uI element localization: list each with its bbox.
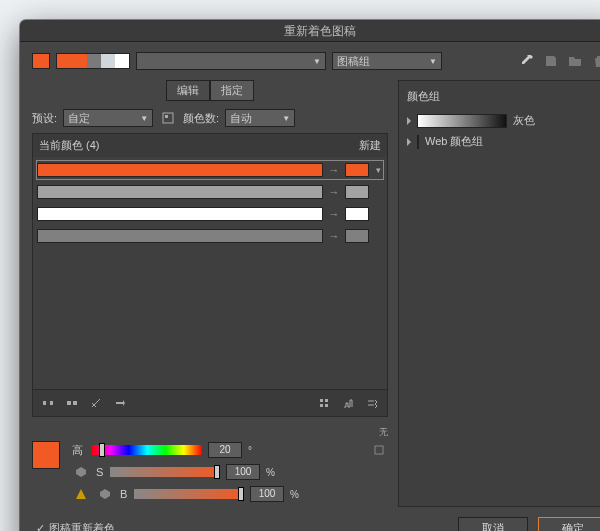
preset-select[interactable]: 自定 ▼ (63, 109, 153, 127)
current-colors-label: 当前颜色 (4) (39, 138, 100, 153)
percent-label: % (266, 467, 275, 478)
color-group-item[interactable]: Web 颜色组 (405, 131, 600, 152)
slider-mode-icon[interactable] (370, 441, 388, 459)
group-label: 灰色 (513, 113, 535, 128)
ok-button[interactable]: 确定 (538, 517, 600, 531)
eyedropper-icon[interactable] (518, 52, 536, 70)
randomize-sat-icon[interactable] (339, 394, 357, 412)
folder-icon[interactable] (566, 52, 584, 70)
svg-rect-2 (43, 401, 46, 405)
bri-label: B (120, 488, 128, 500)
target-color-swatch[interactable] (345, 163, 369, 177)
colornum-label: 颜色数: (183, 111, 219, 126)
colornum-value: 自动 (230, 111, 252, 126)
none-label: 无 (379, 427, 388, 437)
target-color-swatch[interactable] (345, 207, 369, 221)
hue-row: 高 20 ° (72, 441, 388, 459)
bri-value[interactable]: 100 (250, 486, 284, 502)
svg-rect-8 (325, 399, 328, 402)
group-label: Web 颜色组 (425, 134, 483, 149)
sat-slider[interactable] (110, 467, 220, 477)
save-group-icon[interactable] (542, 52, 560, 70)
source-color-bar[interactable] (37, 207, 323, 221)
hue-slider[interactable] (92, 445, 202, 455)
color-group-select[interactable]: 图稿组 ▼ (332, 52, 442, 70)
separate-icon[interactable] (63, 394, 81, 412)
svg-rect-11 (375, 446, 383, 454)
preset-label: 预设: (32, 111, 57, 126)
color-groups-header: 颜色组 (405, 87, 600, 110)
svg-rect-4 (67, 401, 71, 405)
svg-rect-3 (50, 401, 53, 405)
bri-slider[interactable] (134, 489, 244, 499)
tabs: 编辑 指定 (32, 80, 388, 101)
sat-label: S (96, 466, 104, 478)
chevron-down-icon: ▼ (429, 57, 437, 66)
recolor-art-label: 图稿重新着色 (49, 521, 115, 532)
arrow-to-icon: → (327, 164, 341, 176)
arrow-to-icon: → (327, 208, 341, 220)
group-swatch-strip (417, 114, 507, 128)
hsb-sliders: 无 高 20 ° (32, 425, 388, 507)
source-color-bar[interactable] (37, 229, 323, 243)
triangle-right-icon (407, 138, 411, 146)
color-mapping-row[interactable]: → (37, 227, 383, 245)
color-mapping-row[interactable]: →▾ (37, 161, 383, 179)
cube-icon (72, 463, 90, 481)
chevron-down-icon: ▼ (282, 114, 290, 123)
bri-row: B 100 % (72, 485, 388, 503)
target-color-swatch[interactable] (345, 185, 369, 199)
main-row: 编辑 指定 预设: 自定 ▼ 颜色数: 自动 ▼ (32, 80, 600, 507)
color-groups-panel: 颜色组 灰色Web 颜色组 ◀ (398, 80, 600, 507)
hue-label: 高 (72, 443, 86, 458)
tab-assign[interactable]: 指定 (210, 80, 254, 101)
new-row-icon[interactable] (111, 394, 129, 412)
recolor-art-checkbox[interactable]: ✓ 图稿重新着色 (32, 521, 115, 532)
source-color-bar[interactable] (37, 163, 323, 177)
cancel-button[interactable]: 取消 (458, 517, 528, 531)
color-groups-list: 灰色Web 颜色组 (405, 110, 600, 152)
randomize-order-icon[interactable] (363, 394, 381, 412)
merge-icon[interactable] (39, 394, 57, 412)
svg-rect-5 (73, 401, 77, 405)
exclude-icon[interactable] (87, 394, 105, 412)
svg-rect-7 (320, 399, 323, 402)
titlebar: 重新着色图稿 (20, 20, 600, 42)
source-color-bar[interactable] (37, 185, 323, 199)
left-column: 编辑 指定 预设: 自定 ▼ 颜色数: 自动 ▼ (32, 80, 388, 507)
artwork-color-strip[interactable] (56, 53, 130, 69)
top-row: ▼ 图稿组 ▼ (32, 52, 600, 70)
color-mapping-row[interactable]: → (37, 183, 383, 201)
hue-value[interactable]: 20 (208, 442, 242, 458)
chevron-down-icon: ▼ (313, 57, 321, 66)
row-options-icon[interactable]: ▾ (373, 165, 383, 175)
cube-icon (96, 485, 114, 503)
sat-row: S 100 % (72, 463, 388, 481)
sat-value[interactable]: 100 (226, 464, 260, 480)
panel-header: 当前颜色 (4) 新建 (33, 134, 387, 157)
color-mapping-row[interactable]: → (37, 205, 383, 223)
artwork-select[interactable]: ▼ (136, 52, 326, 70)
arrow-to-icon: → (327, 230, 341, 242)
color-list: →▾→→→ (33, 157, 387, 389)
new-colors-label: 新建 (359, 138, 381, 153)
group-swatch-strip (417, 135, 419, 149)
trash-icon[interactable] (590, 52, 600, 70)
colornum-select[interactable]: 自动 ▼ (225, 109, 295, 127)
svg-rect-1 (165, 115, 168, 118)
triangle-right-icon (407, 117, 411, 125)
svg-rect-6 (116, 402, 124, 404)
dialog-footer: ✓ 图稿重新着色 取消 确定 (32, 507, 600, 531)
find-in-wheel-icon[interactable] (315, 394, 333, 412)
svg-rect-10 (325, 404, 328, 407)
dialog-content: ▼ 图稿组 ▼ 编辑 (20, 42, 600, 531)
preset-options-icon[interactable] (159, 109, 177, 127)
active-color-swatch[interactable] (32, 53, 50, 69)
color-mapping-panel: 当前颜色 (4) 新建 →▾→→→ (32, 133, 388, 417)
tab-edit[interactable]: 编辑 (166, 80, 210, 101)
title-text: 重新着色图稿 (284, 24, 356, 38)
recolor-dialog: 重新着色图稿 ▼ 图稿组 ▼ (20, 20, 600, 531)
target-color-swatch[interactable] (345, 229, 369, 243)
selected-color-swatch[interactable] (32, 441, 60, 469)
color-group-item[interactable]: 灰色 (405, 110, 600, 131)
